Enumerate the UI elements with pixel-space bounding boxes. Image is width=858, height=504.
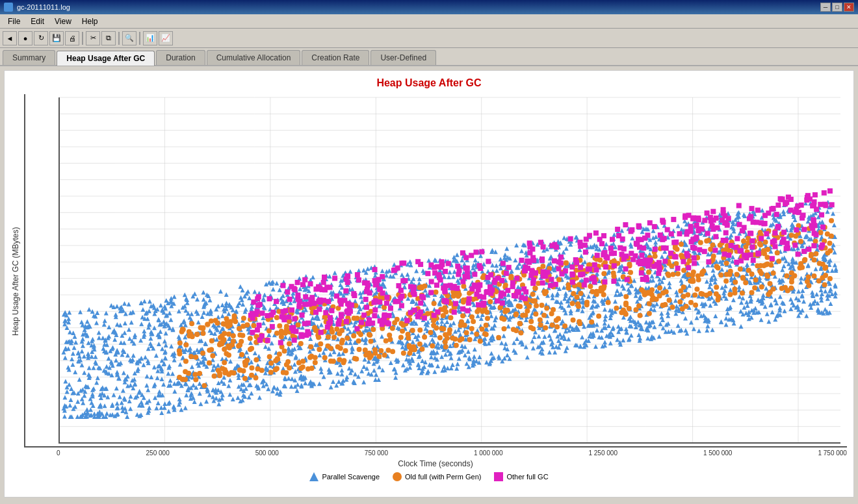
tab-user-defined[interactable]: User-Defined — [370, 50, 436, 65]
legend-parallel-scavenge-label: Parallel Scavenge — [322, 473, 380, 481]
toolbar: ◄ ● ↻ 💾 🖨 ✂ ⧉ 🔍 📊 📈 — [0, 29, 858, 48]
legend-other-full: Other full GC — [494, 472, 548, 481]
menu-help[interactable]: Help — [77, 16, 103, 27]
print-button[interactable]: 🖨 — [65, 31, 79, 45]
refresh-button[interactable]: ↻ — [34, 31, 48, 45]
x-label-250k: 250 000 — [146, 449, 170, 457]
close-button[interactable]: ✕ — [844, 3, 854, 12]
legend-parallel-scavenge: Parallel Scavenge — [309, 472, 380, 481]
copy-button[interactable]: ⧉ — [101, 31, 116, 45]
tabs-bar: Summary Heap Usage After GC Duration Cum… — [0, 48, 858, 66]
menu-edit[interactable]: Edit — [25, 16, 49, 27]
legend-other-full-icon — [494, 472, 503, 481]
chart-title: Heap Usage After GC — [11, 77, 847, 89]
menu-bar: File Edit View Help — [0, 14, 858, 29]
x-label-1750k: 1 750 000 — [818, 449, 847, 457]
chart-area: Heap Usage After GC Heap Usage After GC … — [4, 70, 854, 498]
chart-legend: Parallel Scavenge Old full (with Perm Ge… — [11, 472, 847, 481]
chart-canvas — [25, 94, 847, 446]
window-controls: ─ □ ✕ — [820, 3, 854, 12]
x-label-750k: 750 000 — [365, 449, 388, 457]
save-button[interactable]: 💾 — [49, 31, 64, 45]
legend-old-full-icon — [393, 472, 402, 481]
menu-view[interactable]: View — [49, 16, 77, 27]
window-title: gc-20111011.log — [17, 3, 70, 11]
tab-heap-usage[interactable]: Heap Usage After GC — [57, 51, 155, 66]
legend-other-full-label: Other full GC — [506, 473, 548, 481]
legend-old-full-label: Old full (with Perm Gen) — [405, 473, 481, 481]
chart-inner: 1 050 1 000 950 900 850 800 750 700 650 … — [24, 94, 847, 468]
x-axis-label: Clock Time (seconds) — [24, 459, 847, 468]
x-labels: 0 250 000 500 000 750 000 1 000 000 1 25… — [24, 447, 847, 457]
legend-parallel-scavenge-icon — [309, 472, 318, 481]
x-label-0: 0 — [57, 449, 60, 457]
menu-file[interactable]: File — [3, 16, 25, 27]
minimize-button[interactable]: ─ — [820, 3, 831, 12]
x-label-1500k: 1 500 000 — [703, 449, 733, 457]
x-label-1m: 1 000 000 — [474, 449, 503, 457]
legend-old-full: Old full (with Perm Gen) — [393, 472, 481, 481]
chart-container: Heap Usage After GC (MBytes) 1 050 1 000… — [11, 94, 847, 468]
y-axis-label: Heap Usage After GC (MBytes) — [11, 94, 24, 468]
chart2-button[interactable]: 📈 — [159, 31, 173, 45]
forward-button[interactable]: ● — [18, 31, 32, 45]
back-button[interactable]: ◄ — [3, 31, 17, 45]
tab-cumulative[interactable]: Cumulative Allocation — [207, 50, 301, 65]
x-label-1250k: 1 250 000 — [588, 449, 618, 457]
search-button[interactable]: 🔍 — [122, 31, 136, 45]
tab-creation-rate[interactable]: Creation Rate — [302, 50, 369, 65]
chart1-button[interactable]: 📊 — [143, 31, 157, 45]
separator2 — [118, 32, 120, 45]
maximize-button[interactable]: □ — [832, 3, 842, 12]
app-icon — [4, 3, 13, 12]
title-bar: gc-20111011.log ─ □ ✕ — [0, 0, 858, 14]
separator1 — [82, 32, 83, 45]
tab-summary[interactable]: Summary — [3, 50, 55, 65]
x-label-500k: 500 000 — [255, 449, 279, 457]
chart-plot[interactable]: 1 050 1 000 950 900 850 800 750 700 650 … — [24, 94, 847, 447]
separator3 — [139, 32, 140, 45]
cut-button[interactable]: ✂ — [86, 31, 100, 45]
tab-duration[interactable]: Duration — [156, 50, 205, 65]
